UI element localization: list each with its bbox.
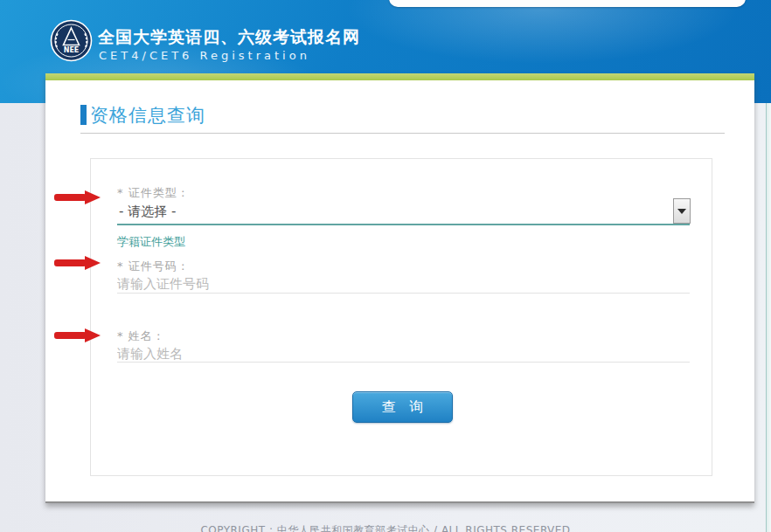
annotation-arrow-name <box>54 328 101 342</box>
name-underline <box>117 362 690 363</box>
page-scrollbar[interactable] <box>766 103 771 532</box>
cert-number-underline <box>117 293 690 294</box>
cert-type-select[interactable]: - 请选择 - <box>117 197 690 225</box>
section-title: 资格信息查询 <box>80 104 205 126</box>
content-card: 资格信息查询 * 证件类型： - 请选择 - 学籍证件类型 * 证件号码： * … <box>45 73 754 503</box>
name-label: * 姓名： <box>117 328 165 344</box>
top-right-panel <box>389 0 746 7</box>
cert-type-selected-value: - 请选择 - <box>119 204 176 220</box>
query-form: * 证件类型： - 请选择 - 学籍证件类型 * 证件号码： * 姓名： 查 询 <box>90 158 712 476</box>
copyright-text: COPYRIGHT : 中华人民共和国教育部考试中心 / ALL RIGHTS … <box>0 523 771 532</box>
cert-number-label: * 证件号码： <box>117 259 190 274</box>
chevron-down-icon <box>677 209 686 214</box>
site-title-english: CET4/CET6 Registration <box>99 49 310 62</box>
section-title-marker <box>80 105 87 125</box>
page: NEE 全国大学英语四、六级考试报名网 CET4/CET6 Registrati… <box>0 0 771 532</box>
site-title-chinese: 全国大学英语四、六级考试报名网 <box>98 26 360 49</box>
cert-type-dropdown-button[interactable] <box>673 198 691 224</box>
student-cert-type-link[interactable]: 学籍证件类型 <box>117 234 185 250</box>
neea-logo-icon: NEE <box>50 19 93 62</box>
annotation-arrow-cert-number <box>54 256 101 270</box>
section-divider <box>80 133 725 134</box>
cert-number-input[interactable] <box>117 273 690 294</box>
green-accent-bar <box>45 73 754 80</box>
annotation-arrow-cert-type <box>54 190 101 204</box>
logo-text: NEE <box>64 46 80 54</box>
page-title: 资格信息查询 <box>90 103 205 128</box>
query-button[interactable]: 查 询 <box>352 391 453 423</box>
